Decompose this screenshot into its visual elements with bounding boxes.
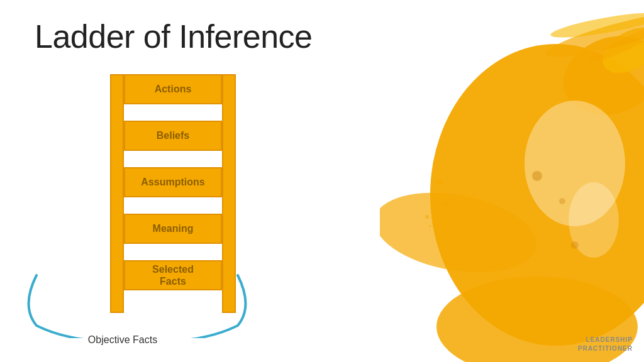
svg-point-15 bbox=[532, 171, 542, 181]
rung-assumptions: Assumptions bbox=[124, 167, 222, 197]
svg-point-10 bbox=[436, 179, 443, 185]
svg-point-12 bbox=[443, 202, 448, 207]
rung-meaning: Meaning bbox=[124, 214, 222, 244]
rung-beliefs: Beliefs bbox=[124, 121, 222, 151]
objective-facts-label: Objective Facts bbox=[88, 334, 157, 346]
branding-line2: PRACTITIONER bbox=[578, 344, 633, 353]
objective-facts-oval bbox=[18, 263, 257, 338]
branding: LEADERSHIP PRACTITIONER bbox=[578, 336, 633, 353]
svg-point-17 bbox=[571, 241, 579, 249]
slide: Ladder of Inference bbox=[0, 0, 644, 362]
svg-point-16 bbox=[559, 198, 565, 204]
rung-actions: Actions bbox=[124, 74, 222, 104]
branding-line1: LEADERSHIP bbox=[578, 336, 633, 344]
svg-point-11 bbox=[433, 193, 437, 197]
slide-title: Ladder of Inference bbox=[35, 18, 313, 55]
watercolor-decoration bbox=[380, 0, 644, 362]
svg-point-13 bbox=[425, 215, 429, 219]
svg-point-14 bbox=[429, 225, 431, 228]
